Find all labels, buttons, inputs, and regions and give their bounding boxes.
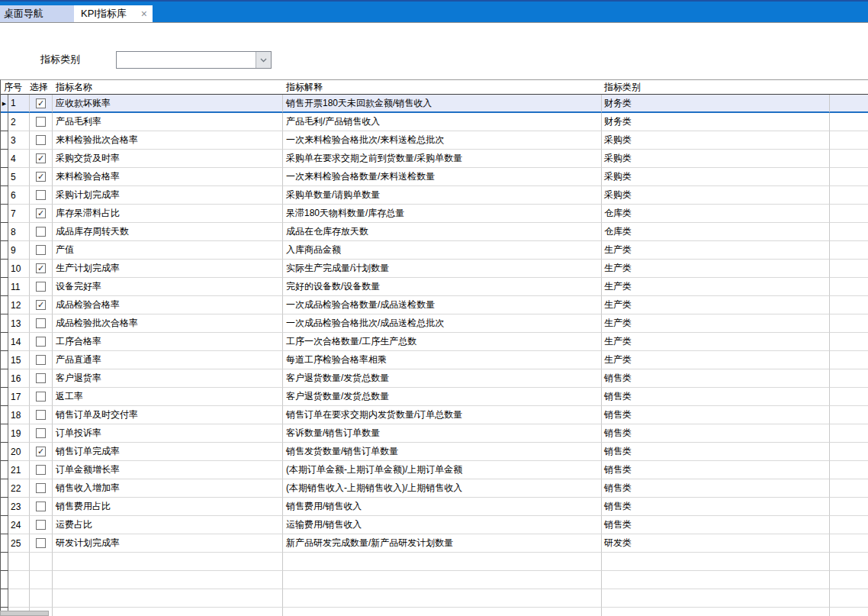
row-checkbox[interactable]: ✓ [36, 208, 46, 218]
row-selector-gutter[interactable] [1, 150, 8, 168]
row-indicator-explanation: 客户退货数量/发货总数量 [283, 388, 602, 406]
row-checkbox[interactable] [36, 392, 46, 402]
row-checkbox[interactable] [36, 282, 46, 292]
header-seq[interactable]: 序号 [1, 80, 30, 94]
table-row[interactable]: 12 ✓ 成品检验合格率 一次成品检验合格数量/成品送检数量 生产类 [1, 296, 868, 314]
table-row[interactable] [1, 589, 868, 608]
row-checkbox[interactable] [36, 117, 46, 127]
row-selector-gutter[interactable] [1, 241, 8, 260]
indicator-category-dropdown[interactable] [116, 51, 272, 69]
row-selector-gutter[interactable] [1, 113, 8, 131]
table-row[interactable]: 25 研发计划完成率 新产品研发完成数量/新产品研发计划数量 研发类 [1, 534, 868, 553]
table-row[interactable]: 10 ✓ 生产计划完成率 实际生产完成量/计划数量 生产类 [1, 260, 868, 278]
row-selector-gutter[interactable] [1, 314, 8, 333]
table-row[interactable]: 14 工序合格率 工序一次合格数量/工序生产总数 生产类 [1, 333, 868, 351]
table-row[interactable]: 7 ✓ 库存呆滞料占比 呆滞180天物料数量/库存总量 仓库类 [1, 205, 868, 223]
row-selector-gutter[interactable] [1, 534, 8, 553]
row-checkbox[interactable] [36, 502, 46, 511]
row-selector-gutter[interactable] [1, 186, 8, 205]
table-row[interactable]: 13 成品检验批次合格率 一次成品检验合格批次/成品送检总批次 生产类 [1, 314, 868, 333]
row-selector-gutter[interactable] [1, 516, 8, 534]
row-selector-gutter[interactable] [1, 131, 8, 150]
table-row[interactable]: 19 订单投诉率 客诉数量/销售订单数量 销售类 [1, 424, 868, 443]
row-checkbox[interactable]: ✓ [36, 98, 46, 108]
header-select[interactable]: 选择 [30, 80, 53, 94]
row-selector-gutter[interactable] [1, 498, 8, 516]
tab-kpi-library[interactable]: KPI指标库 × [74, 5, 153, 22]
table-row[interactable]: 8 成品库存周转天数 成品在仓库存放天数 仓库类 [1, 223, 868, 241]
table-row[interactable]: 20 ✓ 销售订单完成率 销售发货数量/销售订单数量 销售类 [1, 443, 868, 461]
row-selector-gutter[interactable]: ▶ [1, 95, 8, 113]
table-row[interactable]: 2 产品毛利率 产品毛利/产品销售收入 财务类 [1, 113, 868, 131]
table-row[interactable]: 21 订单金额增长率 (本期订单金额-上期订单金额)/上期订单金额 销售类 [1, 461, 868, 479]
row-checkbox[interactable] [36, 428, 46, 438]
tab-close-icon[interactable]: × [141, 8, 147, 19]
row-checkbox[interactable] [36, 538, 46, 548]
row-checkbox[interactable] [36, 190, 46, 200]
row-selector-gutter[interactable] [1, 333, 8, 351]
row-checkbox[interactable]: ✓ [36, 153, 46, 163]
table-row[interactable]: 16 客户退货率 客户退货数量/发货总数量 销售类 [1, 369, 868, 388]
row-selector-gutter[interactable] [1, 424, 8, 443]
table-row[interactable] [1, 553, 868, 571]
row-checkbox[interactable] [36, 227, 46, 237]
row-checkbox[interactable]: ✓ [36, 300, 46, 310]
row-selector-gutter[interactable] [1, 406, 8, 424]
table-row[interactable] [1, 571, 868, 589]
row-checkbox[interactable]: ✓ [36, 263, 46, 273]
row-selector-gutter[interactable] [1, 296, 8, 314]
row-indicator-category: 采购类 [602, 168, 830, 186]
table-row[interactable]: 18 销售订单及时交付率 销售订单在要求交期内发货数量/订单总数量 销售类 [1, 406, 868, 424]
row-select-cell: ✓ [30, 205, 53, 223]
row-selector-gutter[interactable] [1, 461, 8, 479]
row-selector-gutter[interactable] [1, 553, 8, 571]
header-indicator-name[interactable]: 指标名称 [53, 80, 283, 94]
table-row[interactable]: 17 返工率 客户退货数量/发货总数量 销售类 [1, 388, 868, 406]
table-row[interactable]: 11 设备完好率 完好的设备数/设备数量 生产类 [1, 278, 868, 296]
row-indicator-name: 工序合格率 [53, 333, 283, 351]
table-row[interactable]: 9 产值 入库商品金额 生产类 [1, 241, 868, 260]
row-checkbox[interactable] [36, 410, 46, 420]
header-indicator-explanation[interactable]: 指标解释 [283, 80, 602, 94]
row-checkbox[interactable] [36, 135, 46, 145]
table-row[interactable]: 22 销售收入增加率 (本期销售收入-上期销售收入)/上期销售收入 销售类 [1, 479, 868, 498]
row-selector-gutter[interactable] [1, 205, 8, 223]
table-row[interactable]: ▶ 1 ✓ 应收款坏账率 销售开票180天未回款金额/销售收入 财务类 [1, 95, 868, 113]
table-row[interactable] [1, 608, 868, 616]
table-row[interactable]: 5 ✓ 来料检验合格率 一次来料检验合格数量/来料送检数量 采购类 [1, 168, 868, 186]
tab-desktop-navigation[interactable]: 桌面导航 [0, 5, 74, 22]
table-row[interactable]: 6 采购计划完成率 采购单数量/请购单数量 采购类 [1, 186, 868, 205]
row-indicator-category: 生产类 [602, 260, 830, 278]
chevron-down-icon[interactable] [256, 52, 271, 68]
row-indicator-explanation: 一次成品检验合格数量/成品送检数量 [283, 296, 602, 314]
row-selector-gutter[interactable] [1, 479, 8, 498]
row-checkbox[interactable] [36, 318, 46, 328]
row-checkbox[interactable]: ✓ [36, 447, 46, 456]
row-checkbox[interactable] [36, 483, 46, 493]
table-row[interactable]: 23 销售费用占比 销售费用/销售收入 销售类 [1, 498, 868, 516]
table-row[interactable]: 4 ✓ 采购交货及时率 采购单在要求交期之前到货数量/采购单数量 采购类 [1, 150, 868, 168]
row-selector-gutter[interactable] [1, 168, 8, 186]
row-selector-gutter[interactable] [1, 589, 8, 608]
row-selector-gutter[interactable] [1, 388, 8, 406]
row-checkbox[interactable] [36, 373, 46, 383]
row-checkbox[interactable] [36, 337, 46, 347]
row-selector-gutter[interactable] [1, 278, 8, 296]
table-row[interactable]: 24 运费占比 运输费用/销售收入 销售类 [1, 516, 868, 534]
row-seq: 22 [8, 479, 30, 498]
row-checkbox[interactable]: ✓ [36, 172, 46, 182]
row-selector-gutter[interactable] [1, 260, 8, 278]
row-selector-gutter[interactable] [1, 443, 8, 461]
row-checkbox[interactable] [36, 245, 46, 255]
table-row[interactable]: 15 产品直通率 每道工序检验合格率相乘 生产类 [1, 351, 868, 369]
row-selector-gutter[interactable] [1, 223, 8, 241]
row-selector-gutter[interactable] [1, 351, 8, 369]
row-checkbox[interactable] [36, 465, 46, 475]
row-selector-gutter[interactable] [1, 369, 8, 388]
header-indicator-category[interactable]: 指标类别 [602, 80, 830, 94]
row-checkbox[interactable] [36, 355, 46, 365]
row-selector-gutter[interactable] [1, 571, 8, 589]
table-row[interactable]: 3 来料检验批次合格率 一次来料检验合格批次/来料送检总批次 采购类 [1, 131, 868, 150]
row-checkbox[interactable] [36, 520, 46, 530]
horizontal-scrollbar-thumb[interactable] [0, 611, 49, 616]
